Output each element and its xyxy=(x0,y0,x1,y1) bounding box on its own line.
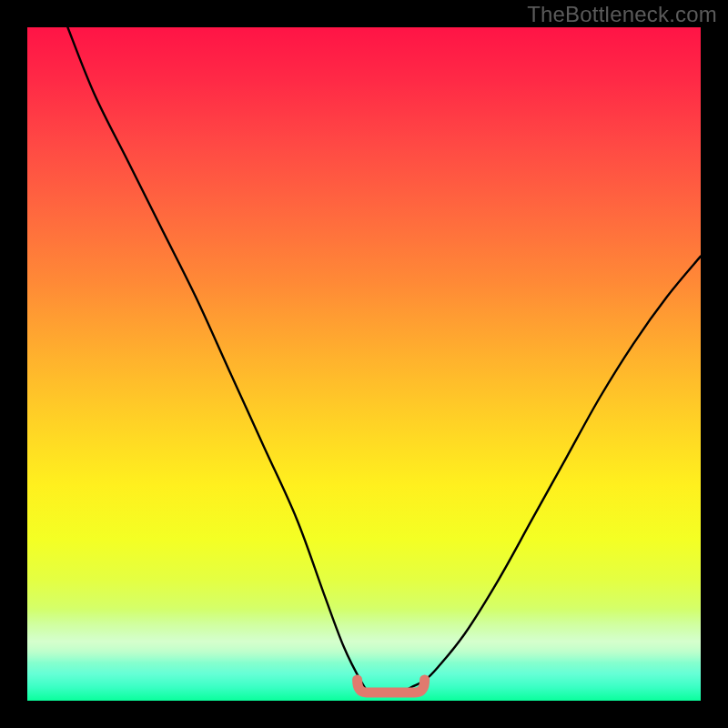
plot-area xyxy=(27,27,701,701)
chart-frame: TheBottleneck.com xyxy=(0,0,728,728)
watermark-text: TheBottleneck.com xyxy=(527,2,717,27)
bottleneck-curve xyxy=(67,27,701,695)
curve-svg xyxy=(27,27,701,701)
